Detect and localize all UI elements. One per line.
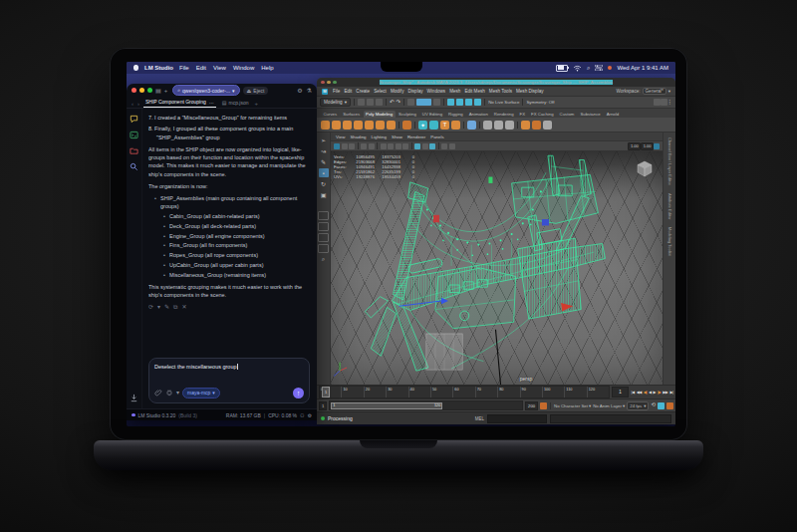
playback-button[interactable]: ▶ bbox=[653, 390, 657, 395]
shelf-svg-icon[interactable] bbox=[451, 121, 460, 130]
auto-keyframe-icon[interactable] bbox=[540, 402, 547, 409]
film-gate-icon[interactable] bbox=[449, 143, 455, 149]
camera-attrs-icon[interactable] bbox=[349, 143, 355, 149]
undo-icon[interactable]: ↶ bbox=[390, 100, 395, 106]
shelf-multicut-icon[interactable] bbox=[467, 121, 476, 130]
chat-transcript[interactable]: 7. I created a "Miscellaneous_Group" for… bbox=[148, 114, 310, 354]
exposure-field[interactable]: 1.00 bbox=[628, 142, 641, 150]
menu-set-selector[interactable]: Modeling ▾ bbox=[320, 98, 351, 107]
character-set-menu[interactable]: No Character Set ▾ bbox=[554, 403, 591, 408]
textured-icon[interactable] bbox=[396, 143, 401, 149]
nav-forward-icon[interactable]: › bbox=[137, 101, 139, 108]
menubar-item[interactable]: Window bbox=[233, 65, 254, 71]
wifi-icon[interactable] bbox=[573, 65, 582, 72]
settings-gear-icon[interactable]: ⚙ bbox=[297, 87, 302, 94]
message-action-icon[interactable]: ▾ bbox=[157, 303, 160, 312]
settings-gear-icon[interactable]: ⚙ bbox=[308, 412, 312, 418]
snap-grid-icon[interactable] bbox=[447, 99, 454, 106]
plugin-chevron-icon[interactable]: ▾ bbox=[176, 390, 179, 396]
shelf-separate-icon[interactable] bbox=[505, 121, 514, 130]
anim-prefs-icon[interactable] bbox=[658, 402, 664, 409]
shelf-tab[interactable]: Surfaces bbox=[341, 111, 363, 118]
apple-menu-icon[interactable] bbox=[133, 65, 138, 71]
layout-outliner-icon[interactable] bbox=[318, 244, 329, 253]
grid-toggle-icon[interactable] bbox=[441, 143, 447, 149]
mcp-chip[interactable]: maya-mcp ▾ bbox=[182, 388, 220, 399]
playback-button[interactable]: |▶ bbox=[658, 390, 662, 395]
mel-label[interactable]: MEL bbox=[475, 416, 484, 421]
message-action-icon[interactable]: ⟳ bbox=[148, 303, 153, 312]
timeline-playhead[interactable]: 1 bbox=[322, 387, 330, 398]
open-scene-icon[interactable] bbox=[367, 99, 374, 106]
panel-menu-item[interactable]: Renderer bbox=[407, 134, 425, 139]
green-crate[interactable] bbox=[488, 177, 492, 183]
shelf-tab[interactable]: Animation bbox=[466, 111, 490, 118]
shelf-tab[interactable]: UV Editing bbox=[419, 111, 444, 118]
shelf-curve-icon[interactable] bbox=[429, 121, 438, 130]
maya-menu-item[interactable]: File bbox=[333, 89, 340, 94]
playback-button[interactable]: ◀ bbox=[648, 390, 652, 395]
shelf-polytorus-icon[interactable] bbox=[365, 121, 374, 130]
playback-button[interactable]: ◀◀ bbox=[636, 390, 642, 395]
save-scene-icon[interactable] bbox=[376, 99, 383, 106]
shelf-extrude-icon[interactable] bbox=[532, 121, 541, 130]
close-button[interactable] bbox=[321, 81, 325, 85]
recording-indicator-icon[interactable] bbox=[608, 66, 612, 70]
tab-chat-active[interactable]: SHIP Component Grouping … bbox=[143, 99, 216, 108]
spotlight-search-icon[interactable]: ⌕ bbox=[587, 65, 590, 72]
shaded-icon[interactable] bbox=[388, 143, 394, 149]
ipr-render-icon[interactable] bbox=[661, 99, 667, 106]
live-surface-status[interactable]: No Live Surface bbox=[488, 100, 519, 105]
menubar-clock[interactable]: Wed Apr 1 9:41 AM bbox=[617, 65, 668, 71]
maya-menu-item[interactable]: Mesh Tools bbox=[489, 89, 512, 94]
playback-button[interactable]: ▶| bbox=[669, 390, 673, 395]
sidebar-tab[interactable]: Channel Box / Layer Editor bbox=[667, 137, 672, 185]
menubar-item[interactable]: Edit bbox=[196, 65, 206, 71]
set-key-icon[interactable] bbox=[666, 402, 673, 409]
maya-menu-item[interactable]: Display bbox=[407, 89, 422, 94]
xray-icon[interactable] bbox=[422, 143, 428, 149]
maya-menu-item[interactable]: Create bbox=[356, 89, 370, 94]
menubar-item[interactable]: Help bbox=[261, 65, 273, 71]
blue-crate[interactable] bbox=[542, 219, 549, 225]
select-tool-icon[interactable]: ➢ bbox=[319, 135, 329, 144]
lock-camera-icon[interactable] bbox=[342, 143, 348, 149]
workspace-selector[interactable]: Workspace: General* ▾ bbox=[616, 88, 670, 95]
symmetry-status[interactable]: Symmetry: Off bbox=[526, 100, 554, 105]
shelf-type-icon[interactable]: T bbox=[440, 121, 449, 130]
maya-menu-item[interactable]: Modify bbox=[391, 89, 404, 94]
status-line-menu-icon[interactable]: ⋮ bbox=[667, 100, 673, 106]
sidebar-toggle-icon[interactable]: ▤ bbox=[155, 88, 161, 94]
attach-icon[interactable] bbox=[154, 389, 162, 397]
chat-icon[interactable] bbox=[130, 115, 138, 124]
layout-single-icon[interactable] bbox=[318, 211, 329, 220]
snap-point-icon[interactable] bbox=[465, 99, 472, 106]
maya-menu-item[interactable]: Select bbox=[374, 89, 387, 94]
nav-back-icon[interactable]: ‹ bbox=[132, 101, 133, 108]
panel-menu-item[interactable]: Panels bbox=[430, 134, 443, 139]
select-hierarchy-icon[interactable] bbox=[407, 99, 414, 106]
shelf-sculpt-icon[interactable]: ✦ bbox=[418, 121, 427, 130]
layout-split-icon[interactable] bbox=[318, 233, 329, 242]
lasso-tool-icon[interactable]: ↝ bbox=[319, 146, 329, 155]
zoom-button[interactable] bbox=[333, 81, 337, 85]
maya-menu-item[interactable]: Edit bbox=[344, 89, 352, 94]
new-chat-icon[interactable]: + bbox=[164, 88, 168, 94]
discover-search-icon[interactable] bbox=[130, 162, 138, 171]
minimize-button[interactable] bbox=[139, 88, 144, 93]
snap-curve-icon[interactable] bbox=[456, 99, 463, 106]
shelf-combine-icon[interactable] bbox=[494, 121, 503, 130]
shelf-tab[interactable]: Rigging bbox=[446, 111, 466, 118]
control-center-icon[interactable] bbox=[595, 65, 603, 71]
render-icon[interactable] bbox=[654, 99, 661, 106]
maya-menu-item[interactable]: Mesh bbox=[449, 89, 460, 94]
mel-input[interactable] bbox=[487, 414, 547, 423]
shelf-tab[interactable]: Curves bbox=[321, 111, 340, 118]
sidebar-tab[interactable]: Attribute Editor bbox=[667, 193, 672, 219]
redo-icon[interactable]: ↷ bbox=[397, 100, 401, 106]
tab-menu-icon[interactable]: … bbox=[209, 99, 214, 105]
zoom-tool-icon[interactable]: ⌕ bbox=[319, 255, 329, 264]
message-action-icon[interactable]: ⧉ bbox=[173, 303, 177, 312]
close-button[interactable] bbox=[132, 88, 136, 93]
view-cube-icon[interactable] bbox=[634, 158, 656, 180]
